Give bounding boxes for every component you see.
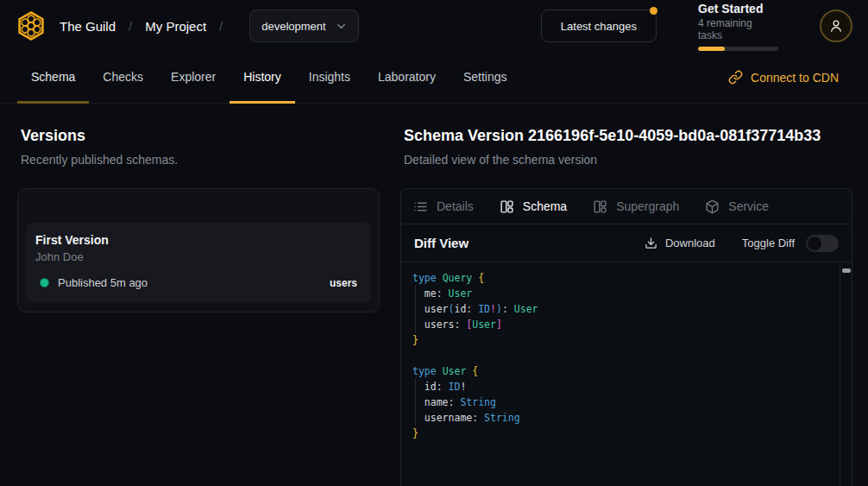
diff-view-title: Diff View bbox=[414, 236, 469, 250]
schema-version-title: Schema Version 2166196f-5e10-4059-bd0a-0… bbox=[404, 127, 852, 145]
panel-tab-service[interactable]: Service bbox=[705, 199, 769, 214]
columns-icon bbox=[500, 199, 514, 214]
versions-list-card: First VersionJohn DoePublished 5m agouse… bbox=[17, 188, 380, 312]
nav-tab-explorer[interactable]: Explorer bbox=[157, 52, 230, 104]
version-list: First VersionJohn DoePublished 5m agouse… bbox=[26, 223, 371, 302]
download-icon bbox=[645, 237, 657, 249]
notification-dot bbox=[650, 7, 657, 15]
breadcrumb-separator: / bbox=[129, 19, 132, 34]
get-started-subtitle: 4 remaining tasks bbox=[698, 17, 778, 41]
code-line: username: String bbox=[412, 410, 840, 426]
main-content: Versions Recently published schemas. Fir… bbox=[0, 104, 868, 486]
nav-tab-insights[interactable]: Insights bbox=[295, 52, 364, 104]
download-button[interactable]: Download bbox=[645, 237, 715, 249]
panel-tab-label: Details bbox=[437, 199, 474, 213]
code-scrollbar[interactable] bbox=[840, 262, 852, 486]
version-status-row: Published 5m agousers bbox=[35, 276, 361, 289]
download-label: Download bbox=[665, 237, 715, 249]
main-nav: SchemaChecksExplorerHistoryInsightsLabor… bbox=[0, 52, 868, 104]
diff-view-toolbar: Diff View Download Toggle Diff bbox=[401, 224, 852, 262]
breadcrumb-project[interactable]: My Project bbox=[145, 19, 206, 34]
code-line bbox=[412, 348, 840, 363]
get-started-title: Get Started bbox=[698, 2, 778, 16]
panel-tab-details[interactable]: Details bbox=[413, 199, 474, 214]
versions-subtitle: Recently published schemas. bbox=[21, 153, 380, 167]
code-line: me: User bbox=[412, 286, 840, 301]
target-selector-value: development bbox=[261, 20, 325, 33]
breadcrumb-separator: / bbox=[219, 19, 223, 34]
nav-tab-laboratory[interactable]: Laboratory bbox=[364, 52, 450, 104]
panel-tabs: DetailsSchemaSupergraphService bbox=[401, 189, 852, 224]
code-line: name: String bbox=[412, 394, 840, 410]
top-header: The Guild / My Project / development Lat… bbox=[0, 0, 868, 52]
cube-icon bbox=[705, 199, 720, 214]
list-icon bbox=[413, 199, 428, 214]
nav-tabs: SchemaChecksExplorerHistoryInsightsLabor… bbox=[17, 52, 521, 103]
code-line: } bbox=[412, 332, 840, 348]
published-status-dot bbox=[41, 279, 48, 287]
user-avatar[interactable] bbox=[820, 9, 852, 42]
code-line: user(id: ID!): User bbox=[412, 301, 840, 317]
schema-version-panel: DetailsSchemaSupergraphService Diff View… bbox=[400, 188, 852, 486]
code-line: type User { bbox=[412, 363, 840, 379]
get-started-progressbar bbox=[698, 47, 778, 51]
connect-to-cdn-label: Connect to CDN bbox=[751, 71, 839, 85]
versions-title: Versions bbox=[21, 127, 380, 145]
target-selector[interactable]: development bbox=[249, 9, 358, 42]
latest-changes-button[interactable]: Latest changes bbox=[541, 9, 657, 42]
nav-tab-checks[interactable]: Checks bbox=[89, 52, 157, 104]
latest-changes-label: Latest changes bbox=[561, 20, 637, 33]
columns-icon bbox=[593, 199, 607, 214]
schema-version-subtitle: Detailed view of the schema version bbox=[404, 153, 852, 167]
code-line: type Query { bbox=[412, 270, 840, 286]
get-started-progress-fill bbox=[698, 47, 725, 51]
version-name: First Version bbox=[35, 233, 361, 247]
breadcrumb-org[interactable]: The Guild bbox=[60, 19, 116, 34]
get-started-widget[interactable]: Get Started 4 remaining tasks bbox=[698, 2, 778, 51]
code-line: } bbox=[412, 426, 840, 441]
panel-tab-schema[interactable]: Schema bbox=[500, 199, 567, 214]
version-service-badge: users bbox=[330, 277, 357, 289]
panel-tab-supergraph[interactable]: Supergraph bbox=[593, 199, 679, 214]
nav-tab-settings[interactable]: Settings bbox=[450, 52, 521, 104]
schema-code-viewer: type Query { me: User user(id: ID!): Use… bbox=[401, 262, 852, 486]
version-author: John Doe bbox=[35, 250, 361, 263]
schema-code: type Query { me: User user(id: ID!): Use… bbox=[401, 262, 840, 486]
connect-to-cdn-button[interactable]: Connect to CDN bbox=[728, 52, 851, 103]
code-scrollbar-thumb[interactable] bbox=[842, 268, 851, 273]
link-icon bbox=[728, 70, 743, 85]
panel-tab-label: Service bbox=[728, 199, 769, 213]
version-list-item[interactable]: First VersionJohn DoePublished 5m agouse… bbox=[26, 223, 371, 302]
toggle-diff-knob bbox=[808, 237, 821, 250]
version-status: Published 5m ago bbox=[58, 276, 148, 289]
toggle-diff-label: Toggle Diff bbox=[742, 237, 795, 249]
code-line: id: ID! bbox=[412, 379, 840, 394]
nav-tab-schema[interactable]: Schema bbox=[17, 52, 89, 104]
nav-tab-history[interactable]: History bbox=[230, 52, 295, 104]
panel-tab-label: Schema bbox=[523, 199, 567, 213]
chevron-down-icon bbox=[335, 20, 348, 33]
hive-logo-icon[interactable] bbox=[16, 10, 47, 41]
toggle-diff-switch[interactable] bbox=[806, 235, 839, 252]
person-icon bbox=[827, 17, 845, 35]
schema-version-column: Schema Version 2166196f-5e10-4059-bd0a-0… bbox=[400, 104, 868, 486]
panel-tab-label: Supergraph bbox=[616, 199, 679, 213]
versions-column: Versions Recently published schemas. Fir… bbox=[0, 104, 400, 486]
code-line: users: [User] bbox=[412, 317, 840, 332]
